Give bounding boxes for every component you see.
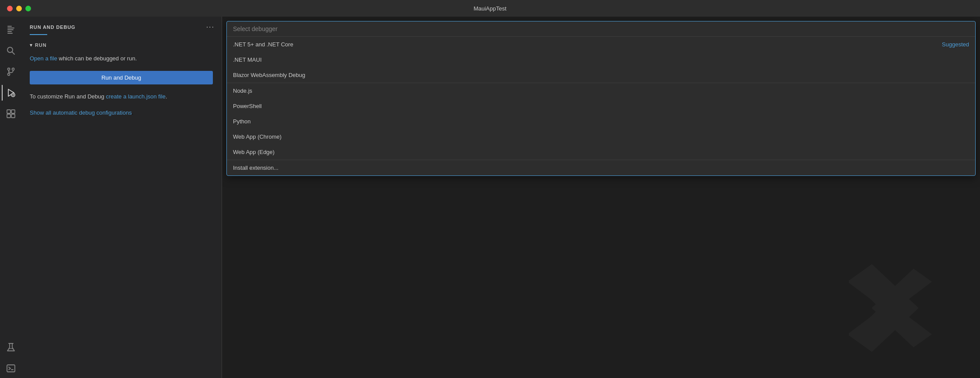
show-all-debug-link[interactable]: Show all automatic debug configurations (30, 109, 132, 116)
sidebar-title: RUN AND DEBUG (30, 24, 76, 30)
search-icon (6, 46, 16, 56)
run-debug-icon (6, 88, 16, 98)
debugger-search-input[interactable] (233, 25, 969, 32)
debugger-item-dotnet-maui[interactable]: .NET MAUI (227, 52, 975, 67)
debugger-item-webapp-chrome[interactable]: Web App (Chrome) (227, 129, 975, 144)
sidebar-item-terminal[interactable] (1, 359, 20, 378)
create-launch-json-link[interactable]: create a launch.json file (106, 93, 166, 100)
run-description-text: which can be debugged or run. (57, 55, 137, 62)
main-content: .NET 5+ and .NET Core Suggested .NET MAU… (222, 17, 980, 378)
source-control-icon (6, 66, 16, 77)
svg-point-8 (12, 68, 14, 70)
titlebar: MauiAppTest (0, 0, 980, 17)
svg-rect-2 (7, 29, 14, 30)
sidebar-item-explorer[interactable] (1, 20, 20, 39)
svg-point-9 (8, 74, 10, 76)
svg-rect-15 (7, 110, 10, 113)
show-debug-config: Show all automatic debug configurations. (30, 108, 213, 117)
debugger-input-row (227, 21, 975, 36)
debugger-list: .NET 5+ and .NET Core Suggested .NET MAU… (227, 36, 975, 175)
run-section-chevron[interactable]: ▾ (30, 42, 32, 48)
sidebar-item-source-control[interactable] (1, 62, 20, 81)
sidebar-content: ▾ RUN Open a file which can be debugged … (21, 35, 222, 378)
sidebar-item-testing[interactable] (1, 338, 20, 357)
activity-bar (0, 17, 21, 378)
svg-rect-18 (11, 114, 15, 118)
debugger-item-blazor[interactable]: Blazor WebAssembly Debug (227, 67, 975, 83)
debugger-item-powershell[interactable]: PowerShell (227, 98, 975, 114)
flask-icon (6, 342, 16, 353)
debugger-item-dotnet-core[interactable]: .NET 5+ and .NET Core Suggested (227, 37, 975, 52)
svg-rect-4 (7, 33, 13, 34)
debugger-item-python[interactable]: Python (227, 114, 975, 129)
svg-rect-17 (7, 114, 10, 118)
run-section-title: RUN (35, 42, 46, 48)
show-debug-suffix: . (132, 109, 133, 116)
close-button[interactable] (7, 6, 13, 11)
customize-prefix: To customize Run and Debug (30, 93, 106, 100)
debugger-item-webapp-edge[interactable]: Web App (Edge) (227, 144, 975, 160)
select-debugger-dropdown: .NET 5+ and .NET Core Suggested .NET MAU… (226, 21, 976, 176)
traffic-lights (7, 6, 31, 11)
sidebar: RUN AND DEBUG ··· ▾ RUN Open a file whic… (21, 17, 222, 378)
svg-rect-0 (7, 26, 12, 27)
svg-rect-3 (7, 31, 12, 32)
svg-rect-20 (7, 365, 15, 372)
vscode-watermark (849, 264, 936, 352)
extensions-icon (6, 108, 16, 119)
run-section-header: ▾ RUN (30, 42, 213, 48)
debugger-item-nodejs[interactable]: Node.js (227, 83, 975, 98)
sidebar-item-extensions[interactable] (1, 104, 20, 123)
app-body: RUN AND DEBUG ··· ▾ RUN Open a file whic… (0, 17, 980, 378)
svg-point-7 (8, 68, 10, 70)
sidebar-item-run-debug[interactable] (1, 83, 20, 102)
svg-rect-1 (7, 28, 14, 28)
open-file-link[interactable]: Open a file (30, 55, 57, 62)
terminal-icon (6, 363, 16, 374)
explorer-icon (6, 24, 16, 35)
sidebar-header: RUN AND DEBUG ··· (21, 17, 222, 33)
window-title: MauiAppTest (473, 5, 506, 12)
run-customize-text: To customize Run and Debug create a laun… (30, 92, 213, 101)
sidebar-item-search[interactable] (1, 41, 20, 60)
customize-suffix: . (166, 93, 167, 100)
svg-line-6 (12, 52, 15, 55)
run-debug-button[interactable]: Run and Debug (30, 71, 213, 84)
sidebar-more-actions[interactable]: ··· (206, 23, 215, 31)
run-description: Open a file which can be debugged or run… (30, 54, 213, 63)
maximize-button[interactable] (25, 6, 31, 11)
debugger-item-install-extension[interactable]: Install extension... (227, 160, 975, 175)
svg-rect-16 (11, 110, 15, 113)
minimize-button[interactable] (16, 6, 22, 11)
